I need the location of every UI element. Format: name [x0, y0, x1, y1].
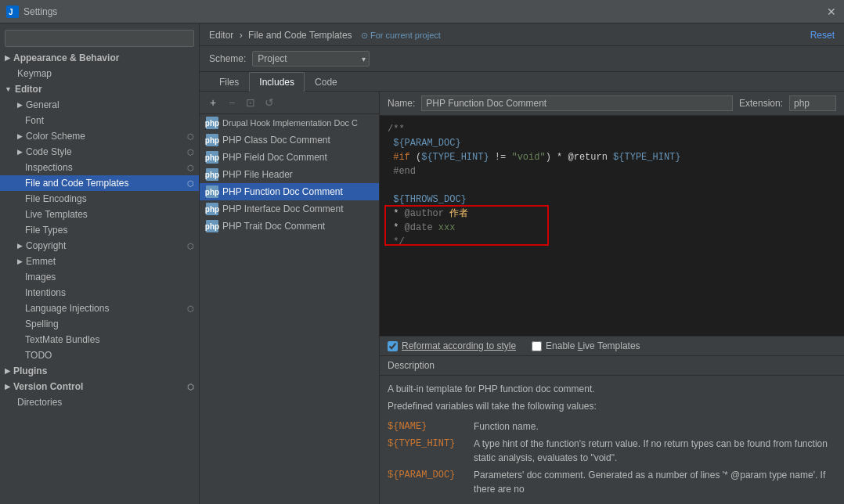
- copy-button[interactable]: ⊡: [242, 94, 259, 111]
- code-line-7: * @author 作者: [388, 207, 468, 221]
- php-icon: php: [206, 220, 218, 232]
- file-item-drupal[interactable]: php Drupal Hook Implementation Doc C: [200, 114, 379, 131]
- chevron-right-icon: ▶: [5, 367, 10, 375]
- sidebar-item-file-encodings[interactable]: File Encodings: [0, 191, 199, 207]
- name-label: Name:: [388, 98, 415, 109]
- file-item-php-file[interactable]: php PHP File Header: [200, 166, 379, 183]
- sidebar-item-version-control[interactable]: ▶ Version Control ⬡: [0, 379, 199, 394]
- chevron-right-icon: ▶: [5, 54, 10, 62]
- table-row: ${NAME} Function name.: [388, 418, 836, 435]
- file-item-php-class[interactable]: php PHP Class Doc Comment: [200, 131, 379, 149]
- var-name: ${PARAM_DOC}: [388, 466, 474, 498]
- sidebar-item-keymap[interactable]: Keymap: [0, 66, 199, 81]
- ext-input[interactable]: [789, 95, 836, 111]
- file-item-php-interface[interactable]: php PHP Interface Doc Comment: [200, 200, 379, 218]
- file-item-php-function[interactable]: php PHP Function Doc Comment: [200, 183, 379, 200]
- live-templates-checkbox[interactable]: [532, 341, 542, 351]
- code-line-4: #end: [388, 164, 836, 178]
- sidebar-item-label: Language Injections: [25, 303, 109, 314]
- sidebar-item-file-code-templates[interactable]: File and Code Templates ⬡: [0, 175, 199, 191]
- file-item-label: PHP Interface Doc Comment: [222, 203, 344, 214]
- sidebar-item-label: Appearance & Behavior: [13, 52, 119, 63]
- file-item-label: PHP File Header: [222, 169, 293, 180]
- sidebar-item-code-style[interactable]: ▶ Code Style ⬡: [0, 144, 199, 160]
- live-templates-label-text: Enable Live Templates: [546, 340, 640, 351]
- file-item-label: PHP Trait Doc Comment: [222, 221, 325, 232]
- sidebar-item-copyright[interactable]: ▶ Copyright ⬡: [0, 238, 199, 254]
- sidebar-item-live-templates[interactable]: Live Templates: [0, 207, 199, 222]
- breadcrumb-current: File and Code Templates: [248, 30, 352, 41]
- live-templates-option: Enable Live Templates: [532, 340, 640, 351]
- file-item-php-field[interactable]: php PHP Field Doc Comment: [200, 149, 379, 166]
- php-icon: php: [206, 185, 218, 198]
- sidebar-item-editor[interactable]: ▼ Editor: [0, 81, 199, 97]
- desc-table: ${NAME} Function name. ${TYPE_HINT} A ty…: [388, 418, 836, 498]
- editor-panel: Name: Extension: /** ${PARAM_DOC} #if ($…: [380, 92, 844, 504]
- chevron-right-icon: ▶: [17, 101, 23, 109]
- window-title: Settings: [23, 6, 825, 17]
- code-line-6: ${THROWS_DOC}: [388, 193, 836, 207]
- sidebar-item-label: Font: [25, 115, 44, 126]
- reformat-label-text: Reformat according to style: [402, 340, 516, 351]
- file-item-label: Drupal Hook Implementation Doc C: [222, 118, 358, 128]
- sidebar-item-appearance[interactable]: ▶ Appearance & Behavior: [0, 50, 199, 66]
- sidebar-item-spelling[interactable]: Spelling: [0, 316, 199, 332]
- split-panel: + − ⊡ ↺ php Drupal Hook Implementation D…: [200, 92, 844, 504]
- main-header: Editor › File and Code Templates ⊙ For c…: [200, 23, 844, 46]
- reset-template-button[interactable]: ↺: [261, 94, 278, 111]
- add-button[interactable]: +: [204, 94, 222, 111]
- file-item-php-trait[interactable]: php PHP Trait Doc Comment: [200, 218, 379, 235]
- name-row: Name: Extension:: [380, 92, 844, 116]
- php-icon: php: [206, 168, 218, 181]
- desc-header: Description: [380, 356, 844, 376]
- tab-includes[interactable]: Includes: [249, 72, 305, 92]
- code-editor[interactable]: /** ${PARAM_DOC} #if (${TYPE_HINT} != "v…: [380, 116, 844, 336]
- breadcrumb-sep: ›: [240, 30, 243, 41]
- reformat-label[interactable]: Reformat according to style: [402, 340, 516, 351]
- sidebar-item-emmet[interactable]: ▶ Emmet: [0, 254, 199, 269]
- tab-code[interactable]: Code: [305, 72, 348, 92]
- remove-button[interactable]: −: [223, 94, 240, 111]
- chevron-down-icon: ▼: [5, 85, 12, 93]
- sidebar-item-language-injections[interactable]: Language Injections ⬡: [0, 301, 199, 316]
- close-button[interactable]: ✕: [825, 5, 838, 18]
- reformat-option: Reformat according to style: [388, 340, 516, 351]
- sidebar-item-plugins[interactable]: ▶ Plugins: [0, 363, 199, 379]
- description-panel: Description A built-in template for PHP …: [380, 355, 844, 504]
- vcs-badge: ⬡: [185, 131, 196, 142]
- sidebar-item-label: Keymap: [17, 68, 52, 79]
- var-name: ${TYPE_HINT}: [388, 435, 474, 466]
- sidebar-item-inspections[interactable]: Inspections ⬡: [0, 160, 199, 175]
- sidebar-item-directories[interactable]: Directories: [0, 394, 199, 410]
- search-input[interactable]: [5, 30, 194, 47]
- chevron-right-icon: ▶: [17, 242, 23, 250]
- var-name: ${NAME}: [388, 418, 474, 435]
- sidebar-item-todo[interactable]: TODO: [0, 347, 199, 363]
- sidebar-item-font[interactable]: Font: [0, 113, 199, 128]
- code-line-5: [388, 178, 836, 193]
- sidebar-item-label: Version Control: [13, 381, 83, 392]
- sidebar-item-label: Plugins: [13, 365, 47, 376]
- sidebar-item-label: Live Templates: [25, 209, 88, 220]
- name-input[interactable]: [421, 95, 733, 111]
- live-templates-label[interactable]: Enable Live Templates: [546, 340, 640, 351]
- vcs-badge6: ⬡: [185, 303, 196, 314]
- code-line-8: * @date xxx: [388, 221, 468, 235]
- main-panel: Editor › File and Code Templates ⊙ For c…: [200, 23, 844, 504]
- reformat-checkbox[interactable]: [388, 341, 398, 351]
- sidebar-item-images[interactable]: Images: [0, 269, 199, 285]
- sidebar-item-textmate[interactable]: TextMate Bundles: [0, 332, 199, 347]
- sidebar-item-label: Editor: [15, 84, 42, 95]
- sidebar-item-intentions[interactable]: Intentions: [0, 285, 199, 301]
- scheme-select[interactable]: Project Default: [252, 51, 370, 67]
- sidebar-item-label: TextMate Bundles: [25, 334, 99, 345]
- sidebar-item-label: Directories: [17, 397, 62, 408]
- ext-label: Extension:: [739, 98, 783, 109]
- sidebar-item-color-scheme[interactable]: ▶ Color Scheme ⬡: [0, 128, 199, 144]
- tab-files[interactable]: Files: [209, 72, 249, 92]
- sidebar-item-file-types[interactable]: File Types: [0, 222, 199, 238]
- sidebar-item-label: Emmet: [26, 256, 56, 267]
- reset-link[interactable]: Reset: [810, 30, 835, 41]
- tabs-row: Files Includes Code: [200, 72, 844, 92]
- sidebar-item-general[interactable]: ▶ General: [0, 97, 199, 113]
